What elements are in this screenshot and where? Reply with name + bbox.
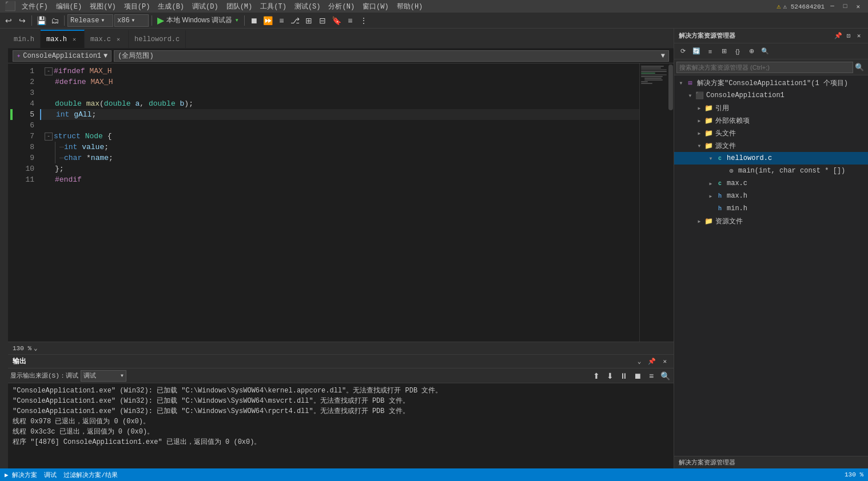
output-btn-3[interactable]: ⏸: [618, 370, 630, 382]
fold-7[interactable]: -: [45, 133, 53, 141]
header-expand[interactable]: ▶: [695, 129, 704, 138]
output-source-dropdown[interactable]: 调试 ▼: [81, 370, 126, 382]
config-dropdown[interactable]: Release ▼: [67, 14, 113, 27]
solution-tree[interactable]: ▼ ⊞ 解决方案"ConsoleApplication1"(1 个项目) ▼ ⬛…: [674, 75, 868, 456]
output-content[interactable]: "ConsoleApplication1.exe" (Win32): 已加载 "…: [8, 383, 674, 468]
output-pin-icon[interactable]: 📌: [646, 358, 658, 365]
solution-expand-icon[interactable]: ▼: [676, 78, 686, 87]
menu-window[interactable]: 窗口(W): [360, 2, 391, 11]
arch-dropdown[interactable]: x86 ▼: [114, 14, 149, 27]
close-btn[interactable]: ✕: [853, 3, 863, 10]
status-filter[interactable]: 过滤解决方案/结果: [63, 471, 118, 479]
tree-source-files[interactable]: ▼ 📁 源文件: [674, 139, 868, 152]
scope-dropdown[interactable]: (全局范围) ▼: [114, 50, 669, 62]
panel-toolbar-btn-5[interactable]: {}: [731, 45, 744, 58]
tab-maxh-close[interactable]: ✕: [70, 35, 78, 43]
helloword-expand[interactable]: ▼: [706, 154, 715, 163]
tree-min-h[interactable]: h min.h: [674, 202, 868, 215]
solution-root[interactable]: ▼ ⊞ 解决方案"ConsoleApplication1"(1 个项目): [674, 77, 868, 89]
menu-file[interactable]: 文件(F): [19, 2, 50, 11]
solution-search-input[interactable]: [676, 62, 853, 73]
output-btn-2[interactable]: ⬇: [604, 370, 616, 382]
output-btn-6[interactable]: 🔍: [659, 370, 671, 382]
tree-header-files[interactable]: ▶ 📁 头文件: [674, 127, 868, 139]
scrollbar-thumb[interactable]: [668, 65, 673, 110]
toolbar-btn-6[interactable]: ⊟: [316, 14, 329, 27]
project-root[interactable]: ▼ ⬛ ConsoleApplication1: [674, 89, 868, 102]
maxh-expand[interactable]: ▶: [706, 191, 715, 201]
tree-main-func[interactable]: ⊙ main(int, char const * []): [674, 165, 868, 177]
tree-resource-files[interactable]: ▶ 📁 资源文件: [674, 215, 868, 227]
menu-team[interactable]: 团队(M): [224, 2, 255, 11]
tab-maxc[interactable]: max.c ✕: [85, 30, 129, 48]
status-solution[interactable]: ▶ 解决方案: [5, 471, 37, 479]
minimize-btn[interactable]: ─: [827, 3, 838, 10]
menu-analyze[interactable]: 分析(N): [326, 2, 357, 11]
panel-toolbar-btn-1[interactable]: ⟳: [676, 45, 689, 58]
toolbar-btn-4[interactable]: ⎇: [289, 14, 301, 27]
menu-project[interactable]: 项目(P): [122, 2, 153, 11]
solution-search-icon[interactable]: 🔍: [853, 61, 866, 74]
tree-max-h[interactable]: ▶ h max.h: [674, 190, 868, 202]
tree-external-deps[interactable]: ▶ 📁 外部依赖项: [674, 114, 868, 127]
menu-tools[interactable]: 工具(T): [258, 2, 289, 11]
editor-scrollbar[interactable]: [668, 63, 674, 342]
output-btn-1[interactable]: ⬆: [590, 370, 603, 382]
panel-float-btn[interactable]: ⊡: [844, 31, 853, 41]
panel-toolbar-btn-2[interactable]: 🔄: [690, 45, 703, 58]
code-content[interactable]: -#ifndef MAX_H #define MAX_H double max(…: [40, 63, 639, 342]
menu-edit[interactable]: 编辑(E): [54, 2, 85, 11]
maxc-expand[interactable]: ▶: [706, 179, 715, 188]
toolbar-btn-8[interactable]: ≡: [344, 14, 356, 27]
toolbar-btn-9[interactable]: ⋮: [357, 14, 370, 27]
code-editor[interactable]: 1 2 3 4 5 6 7 8 9 10 11 -#ifndef MAX_H #…: [8, 63, 674, 342]
toolbar-btn-2[interactable]: ⏩: [261, 14, 274, 27]
panel-toolbar-btn-7[interactable]: 🔍: [759, 45, 771, 58]
toolbar-btn-3[interactable]: ≡: [275, 14, 288, 27]
panel-toolbar-btn-3[interactable]: ≡: [704, 45, 716, 58]
toolbar-btn-1[interactable]: ⏹: [248, 14, 260, 27]
undo-btn[interactable]: ↩: [2, 14, 15, 27]
output-close-icon[interactable]: ✕: [660, 358, 669, 365]
tree-max-c[interactable]: ▶ c max.c: [674, 177, 868, 190]
maximize-btn[interactable]: □: [840, 3, 851, 10]
external-expand[interactable]: ▶: [695, 116, 704, 125]
tree-helloword-c[interactable]: ▼ c helloword.c: [674, 152, 868, 165]
output-btn-4[interactable]: ⏹: [631, 370, 644, 382]
fold-1[interactable]: -: [45, 67, 53, 75]
project-dropdown[interactable]: ✦ ConsoleApplication1 ▼: [13, 50, 112, 62]
save-btn[interactable]: 💾: [35, 14, 47, 27]
redo-btn[interactable]: ↪: [16, 14, 29, 27]
status-debug[interactable]: 调试: [44, 471, 57, 479]
menu-build[interactable]: 生成(B): [156, 2, 186, 11]
tab-helloword[interactable]: helloword.c: [129, 30, 186, 48]
panel-pin-btn[interactable]: 📌: [834, 31, 843, 41]
panel-toolbar-btn-6[interactable]: ⊕: [745, 45, 758, 58]
panel-close-btn[interactable]: ✕: [854, 31, 863, 41]
main-func-label: main(int, char const * []): [738, 167, 845, 175]
references-expand[interactable]: ▶: [695, 103, 704, 113]
external-icon: 📁: [704, 116, 713, 125]
menu-debug[interactable]: 调试(D): [190, 2, 221, 11]
project-expand-icon[interactable]: ▼: [686, 91, 695, 100]
header-label: 头文件: [715, 129, 736, 138]
output-tab-label[interactable]: 输出: [13, 356, 26, 366]
output-btn-5[interactable]: ≡: [645, 370, 658, 382]
tab-minh[interactable]: min.h: [8, 30, 41, 48]
zoom-icon[interactable]: ⌄: [34, 344, 38, 352]
toolbar-btn-5[interactable]: ⊞: [302, 14, 315, 27]
toolbar-btn-7[interactable]: 🔖: [330, 14, 343, 27]
menu-help[interactable]: 帮助(H): [395, 2, 425, 11]
resource-expand[interactable]: ▶: [695, 217, 704, 226]
menu-view[interactable]: 视图(V): [87, 2, 118, 11]
tab-maxh[interactable]: max.h ✕: [41, 30, 85, 48]
save-all-btn[interactable]: 🗂: [49, 14, 61, 27]
source-expand[interactable]: ▼: [695, 141, 704, 150]
tree-references[interactable]: ▶ 📁 引用: [674, 102, 868, 114]
output-minimize-icon[interactable]: ⌄: [635, 358, 644, 365]
status-zoom[interactable]: 130 %: [845, 471, 863, 478]
tab-maxc-close[interactable]: ✕: [114, 35, 122, 43]
menu-test[interactable]: 测试(S): [292, 2, 323, 11]
debug-play-btn[interactable]: ▶ 本地 Windows 调试器 ▼: [155, 15, 241, 26]
panel-toolbar-btn-4[interactable]: ⊞: [718, 45, 730, 58]
